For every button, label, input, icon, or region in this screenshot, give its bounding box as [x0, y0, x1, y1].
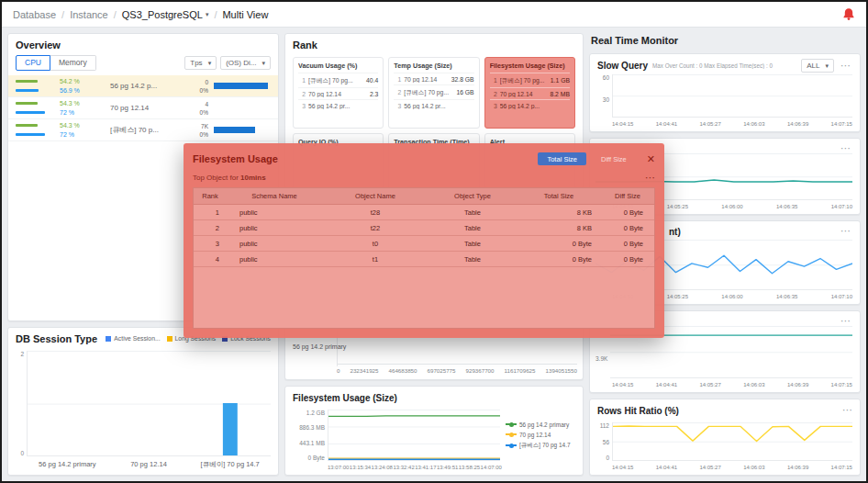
more-menu-icon[interactable]: ⋯	[839, 61, 852, 71]
tick-label: 13:32:42	[393, 465, 414, 470]
tick-label: 14:06:00	[721, 204, 742, 209]
tick-label: 30	[603, 96, 609, 103]
tick-label: 14:04:15	[612, 465, 633, 470]
tick-label: 14:07:15	[831, 121, 852, 127]
tick-label: [큐베이] 70 pg 14.7	[189, 460, 271, 469]
tick-label: 60	[603, 74, 609, 81]
tab-memory[interactable]: Memory	[50, 55, 96, 71]
tick-label: 14:06:39	[787, 465, 808, 470]
more-menu-icon[interactable]: ⋯	[840, 405, 860, 415]
dashboard-root: Database / Instance / QS3_PostgreSQL ▾ /…	[0, 0, 868, 483]
tick-label: 14:04:41	[656, 465, 677, 470]
tick-label: 232341925	[350, 367, 378, 374]
tick-label: 14:07:10	[831, 294, 852, 299]
tab-cpu[interactable]: CPU	[16, 55, 50, 71]
memory-usage-label: 72 %	[60, 131, 74, 139]
cpu-usage-bar	[16, 102, 56, 105]
slow-query-filter-select[interactable]: ALL▾	[801, 59, 834, 73]
chevron-down-icon: ▾	[206, 11, 209, 18]
tick-label: 14:04:15	[612, 121, 633, 127]
rows-hit-ratio-title: Rows Hit Ratio (%)	[590, 399, 686, 421]
table-row[interactable]: 4publict1Table0 Byte0 Byte	[194, 252, 654, 267]
memory-usage-bar	[16, 133, 56, 136]
rank-row: 356 pg 14.2 pr...	[394, 99, 473, 111]
slow-query-stats: Max Over Count : 0 Max Elapsed Time(sec)…	[652, 62, 796, 69]
more-menu-icon[interactable]: ⋯	[645, 172, 655, 184]
notification-bell-icon[interactable]	[842, 7, 855, 21]
tick-label: 14:07:15	[831, 465, 852, 470]
more-menu-icon[interactable]: ⋯	[839, 143, 852, 153]
rank-card-title: Filesystem Usage (Size)	[490, 62, 570, 70]
tick-label: 13:07:00	[328, 465, 349, 470]
breadcrumb-instance[interactable]: Instance	[70, 9, 108, 20]
metric-bar-area	[208, 105, 271, 111]
rows-hit-ratio-panel: Rows Hit Ratio (%) ⋯ 112560 14:04:1514:0…	[589, 399, 861, 476]
instance-label: 56 pg 14.2 p...	[107, 82, 184, 90]
rank-row: 356 pg 14.2 p...	[490, 99, 570, 111]
filesystem-usage-legend: 56 pg 14.2 primary 70 pg 12.14 [큐베스] 70 …	[500, 410, 575, 461]
rank-card-vacuum-usage[interactable]: Vacuum Usage (%) 1[큐베스] 70 pg...40.4 270…	[293, 57, 384, 129]
modal-tab-total-size[interactable]: Total Size	[538, 152, 586, 165]
cpu-usage-label: 54.3 %	[60, 122, 80, 129]
db-session-type-panel: DB Session Type Active Session... Long S…	[7, 327, 279, 476]
modal-tab-diff-size[interactable]: Diff Size	[592, 152, 636, 165]
chevron-down-icon: ▾	[825, 62, 829, 70]
slow-query-panel: Slow Query Max Over Count : 0 Max Elapse…	[589, 53, 861, 132]
tick-label: 1394051550	[546, 367, 577, 374]
legend-item[interactable]: 56 pg 14.2 primary	[506, 421, 575, 428]
breadcrumb-multi-view: Multi View	[222, 9, 268, 20]
instance-label: [큐베스] 70 p...	[107, 125, 184, 135]
rank-row: 1[큐베스] 70 pg...1.1 GB	[490, 73, 570, 87]
overview-row[interactable]: 54.2 % 56.9 % 56 pg 14.2 p... 00%	[8, 75, 278, 97]
tick-label: 14:05:27	[699, 465, 720, 470]
rank-card-temp-usage[interactable]: Temp Usage (Size) 170 pg 12.1432.8 GB 2[…	[388, 57, 479, 129]
tick-label: 56 pg 14.2 primary	[27, 460, 108, 469]
tick-label: 13:58:25	[459, 465, 480, 470]
db-session-bar-chart	[28, 351, 271, 455]
legend-item[interactable]: 70 pg 12.14	[506, 432, 575, 438]
tick-label: 13:41:17	[415, 465, 436, 470]
table-row[interactable]: 2publict22Table8 KB0 Byte	[194, 220, 654, 236]
x-axis-categories: 56 pg 14.2 primary70 pg 12.14[큐베이] 70 pg…	[8, 458, 278, 475]
rank-row: 270 pg 12.142.3	[298, 87, 378, 99]
table-row[interactable]: 3publict0Table0 Byte0 Byte	[194, 236, 654, 252]
tick-label: 56	[603, 439, 609, 445]
cpu-usage-bar	[16, 124, 56, 127]
tps-select[interactable]: Tps▾	[184, 56, 217, 70]
x-axis-labels: 14:04:1514:04:4114:05:2714:06:0314:06:39…	[590, 380, 860, 392]
filesystem-usage-panel: Filesystem Usage (Size) 1.2 GB886.3 MB44…	[284, 386, 584, 476]
legend-item-active-sessions[interactable]: Active Session...	[106, 335, 160, 342]
metric-bar-area	[208, 127, 271, 133]
metric-values: 00%	[184, 78, 208, 95]
tick-label: 14:04:41	[656, 121, 677, 127]
tick-label: 14:06:03	[743, 382, 764, 388]
more-menu-icon[interactable]: ⋯	[839, 226, 852, 236]
y-axis-labels: 112560	[595, 422, 612, 461]
overview-row[interactable]: 54.3 % 72 % [큐베스] 70 p... 7K0%	[8, 119, 278, 141]
table-row[interactable]: 1publict28Table8 KB0 Byte	[194, 205, 654, 220]
tick-label: 1.2 GB	[306, 410, 325, 416]
os-disk-select[interactable]: (OS) Di...▾	[220, 56, 271, 70]
tick-label: 0	[20, 450, 24, 456]
breadcrumb-separator: /	[114, 9, 117, 20]
close-icon[interactable]: ✕	[647, 153, 655, 165]
overview-row[interactable]: 54.3 % 72 % 70 pg 12.14 40%	[8, 97, 278, 119]
cpu-usage-bar	[16, 80, 56, 83]
tick-label: 13:15:34	[350, 465, 371, 470]
legend-marker	[506, 423, 517, 425]
breadcrumb-database[interactable]: Database	[13, 9, 56, 20]
rank-card-filesystem-usage[interactable]: Filesystem Usage (Size) 1[큐베스] 70 pg...1…	[484, 57, 575, 129]
more-menu-icon[interactable]: ⋯	[839, 316, 852, 326]
slow-query-title: Slow Query	[597, 61, 648, 71]
usage-meters: 54.2 % 56.9 %	[16, 78, 107, 95]
rank-card-title: Temp Usage (Size)	[394, 62, 473, 70]
breadcrumb-instance-selector[interactable]: QS3_PostgreSQL ▾	[122, 9, 209, 20]
filesystem-usage-modal: Filesystem Usage Total Size Diff Size ✕ …	[184, 143, 664, 338]
tick-label: 697025775	[428, 367, 456, 374]
tick-label: 443.1 MB	[299, 440, 325, 446]
slow-query-plot	[612, 74, 852, 118]
overview-rows: 54.2 % 56.9 % 56 pg 14.2 p... 00% 54.3 %…	[8, 75, 278, 141]
tick-label: 0	[606, 455, 609, 461]
db-session-plot	[27, 351, 271, 456]
legend-item[interactable]: [큐베스] 70 pg 14.7	[506, 442, 575, 450]
